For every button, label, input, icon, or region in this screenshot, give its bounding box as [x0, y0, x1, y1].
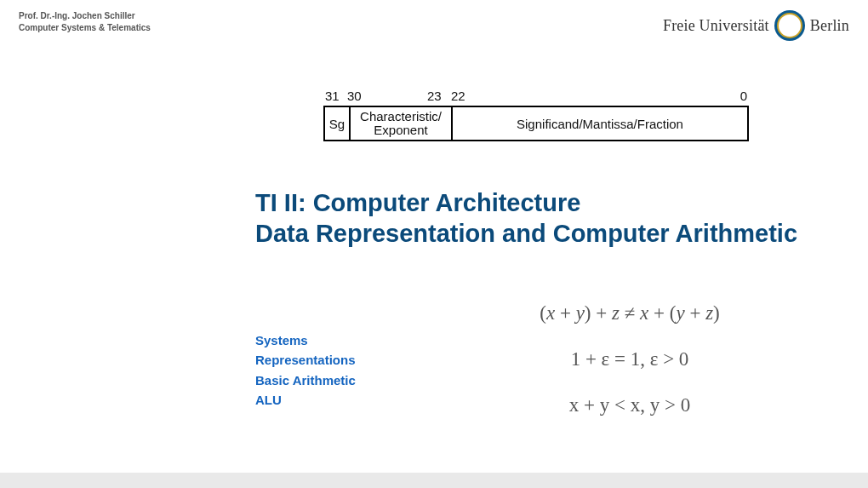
equation-epsilon: 1 + ε = 1, ε > 0	[494, 348, 766, 370]
bit-label-23: 23	[427, 89, 442, 103]
topic-basic-arithmetic: Basic Arithmetic	[255, 370, 356, 390]
university-name-suffix: Berlin	[810, 17, 849, 35]
title-line-1: TI II: Computer Architecture	[255, 187, 797, 218]
topic-systems: Systems	[255, 330, 356, 350]
footer-bar	[0, 473, 868, 488]
mantissa-cell: Significand/Mantissa/Fraction	[453, 107, 747, 140]
university-seal-icon	[774, 10, 805, 41]
bit-index-row: 31 30 23 22 0	[323, 89, 749, 106]
topic-representations: Representations	[255, 350, 356, 370]
title-block: TI II: Computer Architecture Data Repres…	[255, 187, 797, 250]
author-dept: Computer Systems & Telematics	[19, 22, 151, 34]
university-logo: Freie Universität Berlin	[663, 10, 849, 41]
slide-header: Prof. Dr.-Ing. Jochen Schiller Computer …	[19, 10, 849, 41]
university-name-prefix: Freie Universität	[663, 17, 769, 35]
exponent-cell: Characteristic/ Exponent	[351, 107, 453, 140]
bitfield-diagram: 31 30 23 22 0 Sg Characteristic/ Exponen…	[323, 89, 749, 141]
topic-list: Systems Representations Basic Arithmetic…	[255, 330, 356, 410]
title-line-2: Data Representation and Computer Arithme…	[255, 218, 797, 249]
exponent-label-top: Characteristic/	[360, 110, 442, 123]
bit-label-0: 0	[740, 89, 747, 103]
equation-associativity: (x + y) + z ≠ x + (y + z)	[494, 302, 766, 324]
bit-label-22: 22	[451, 89, 465, 103]
bit-label-31: 31	[325, 89, 340, 103]
bitfield-box: Sg Characteristic/ Exponent Significand/…	[323, 106, 749, 141]
topic-alu: ALU	[255, 390, 356, 410]
exponent-label-bottom: Exponent	[374, 123, 427, 137]
sign-cell: Sg	[325, 107, 351, 140]
equation-overflow: x + y < x, y > 0	[494, 394, 766, 416]
equation-block: (x + y) + z ≠ x + (y + z) 1 + ε = 1, ε >…	[494, 302, 766, 440]
bit-label-30: 30	[347, 89, 362, 103]
slide: Prof. Dr.-Ing. Jochen Schiller Computer …	[0, 0, 868, 488]
header-author-block: Prof. Dr.-Ing. Jochen Schiller Computer …	[19, 10, 151, 34]
author-name: Prof. Dr.-Ing. Jochen Schiller	[19, 10, 151, 22]
